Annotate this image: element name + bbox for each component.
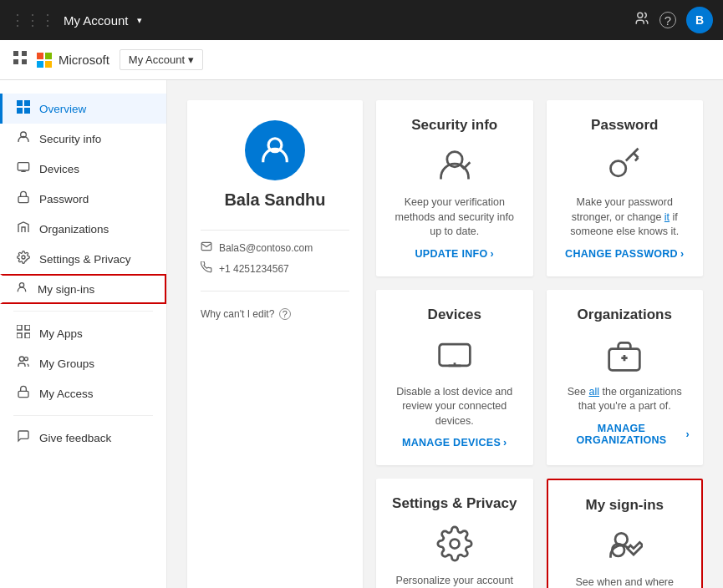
why-help-icon: ?	[279, 308, 291, 320]
feedback-icon	[16, 429, 31, 446]
people-icon[interactable]	[634, 11, 649, 29]
sidebar-label-give-feedback: Give feedback	[39, 432, 111, 444]
svg-rect-10	[18, 163, 28, 170]
profile-avatar	[245, 120, 305, 180]
devices-title: Devices	[428, 307, 481, 323]
waffle-icon[interactable]: ⋮⋮⋮	[10, 11, 55, 29]
svg-point-26	[450, 540, 459, 549]
security-info-link[interactable]: UPDATE INFO ›	[415, 248, 494, 260]
svg-rect-20	[18, 391, 28, 397]
sidebar-item-my-access[interactable]: My Access	[0, 378, 166, 408]
password-title: Password	[591, 117, 658, 134]
sidebar-separator-2	[13, 415, 153, 416]
security-info-card: Security info Keep your verification met…	[376, 100, 533, 276]
settings-privacy-card: Settings & Privacy Personalize your acco…	[376, 479, 533, 588]
security-info-desc: Keep your verification methods and secur…	[390, 195, 520, 240]
svg-point-23	[611, 161, 626, 176]
user-avatar[interactable]: B	[686, 7, 713, 33]
sidebar-item-devices[interactable]: Devices	[0, 154, 166, 184]
my-access-icon	[16, 385, 31, 402]
profile-email: BalaS@contoso.com	[219, 242, 313, 254]
my-sign-ins-card-icon	[606, 527, 643, 569]
sidebar-label-organizations: Organizations	[39, 223, 109, 236]
devices-link[interactable]: MANAGE DEVICES ›	[402, 437, 507, 449]
ms-green	[45, 53, 52, 59]
nav-bar: Microsoft My Account ▾	[0, 40, 723, 80]
my-sign-ins-title: My sign-ins	[585, 497, 664, 514]
ms-red	[37, 53, 43, 59]
account-menu-button[interactable]: My Account ▾	[120, 49, 203, 70]
sidebar-item-give-feedback[interactable]: Give feedback	[0, 423, 166, 453]
svg-rect-1	[13, 51, 18, 56]
sidebar-item-password[interactable]: Password	[0, 184, 166, 214]
ms-brand-label: Microsoft	[59, 53, 109, 67]
profile-phone: +1 4251234567	[219, 263, 289, 275]
account-menu-label: My Account	[129, 53, 185, 66]
profile-divider-1	[201, 230, 349, 231]
security-info-title: Security info	[411, 117, 497, 134]
my-sign-ins-desc: See when and where you've signed in and …	[562, 575, 689, 588]
svg-rect-15	[25, 325, 30, 330]
sidebar-label-my-apps: My Apps	[39, 327, 83, 340]
sidebar-label-my-access: My Access	[39, 388, 94, 400]
devices-desc: Disable a lost device and review your co…	[390, 385, 520, 429]
svg-rect-6	[24, 100, 30, 106]
main-content: Bala Sandhu BalaS@contoso.com +1 4251234…	[167, 80, 723, 588]
organizations-desc: See all the organizations that you're a …	[560, 385, 690, 414]
ms-blue	[37, 61, 43, 68]
sidebar-item-my-apps[interactable]: My Apps	[0, 318, 166, 348]
organizations-all-link[interactable]: all	[589, 386, 600, 398]
devices-card-icon	[436, 337, 473, 378]
profile-divider-2	[201, 291, 349, 291]
my-sign-ins-card-wrapper: My sign-ins See when and where you've si…	[547, 479, 704, 588]
profile-info: BalaS@contoso.com +1 4251234567	[201, 237, 349, 279]
organizations-link[interactable]: MANAGE ORGANIZATIONS ›	[560, 423, 690, 446]
svg-rect-11	[18, 196, 28, 202]
password-icon	[16, 190, 31, 207]
my-sign-ins-card: My sign-ins See when and where you've si…	[548, 480, 702, 588]
profile-phone-item: +1 4251234567	[201, 258, 349, 279]
settings-privacy-card-icon	[436, 525, 473, 567]
organizations-card-icon	[606, 337, 643, 378]
profile-email-item: BalaS@contoso.com	[201, 237, 349, 258]
sidebar-item-security-info[interactable]: Security info	[0, 124, 166, 154]
password-link[interactable]: CHANGE PASSWORD ›	[565, 248, 684, 260]
profile-name: Bala Sandhu	[224, 190, 325, 210]
security-info-card-icon	[436, 147, 473, 189]
main-layout: Overview Security info Devices Password …	[0, 80, 723, 588]
security-info-icon	[16, 130, 31, 147]
sidebar-item-organizations[interactable]: Organizations	[0, 214, 166, 244]
password-card-icon	[606, 147, 643, 189]
sidebar-label-my-groups: My Groups	[39, 357, 94, 370]
sidebar-item-my-groups[interactable]: My Groups	[0, 348, 166, 378]
organizations-card: Organizations See all the organizations …	[547, 290, 704, 466]
topbar-chevron[interactable]: ▾	[137, 15, 142, 26]
settings-privacy-desc: Personalize your account settings and se…	[390, 574, 520, 588]
ms-squares-icon	[37, 53, 52, 68]
sidebar-item-settings-privacy[interactable]: Settings & Privacy	[0, 244, 166, 274]
sidebar-label-devices: Devices	[39, 163, 79, 175]
svg-rect-3	[13, 59, 18, 64]
overview-icon	[16, 100, 31, 117]
sidebar-item-my-sign-ins[interactable]: My sign-ins	[0, 274, 166, 304]
ms-yellow	[45, 61, 52, 68]
profile-card: Bala Sandhu BalaS@contoso.com +1 4251234…	[187, 100, 363, 588]
password-card: Password Make your password stronger, or…	[547, 100, 704, 276]
my-groups-icon	[16, 355, 31, 372]
cards-grid: Bala Sandhu BalaS@contoso.com +1 4251234…	[187, 100, 703, 588]
help-icon[interactable]: ?	[659, 12, 676, 28]
devices-card: Devices Disable a lost device and review…	[376, 290, 533, 466]
top-bar: ⋮⋮⋮ My Account ▾ ? B	[0, 0, 723, 40]
sidebar: Overview Security info Devices Password …	[0, 80, 167, 588]
svg-point-18	[19, 357, 23, 361]
svg-point-13	[19, 283, 23, 287]
apps-icon[interactable]	[13, 51, 27, 68]
sidebar-item-overview[interactable]: Overview	[0, 94, 166, 124]
svg-point-12	[22, 256, 25, 259]
devices-icon	[16, 160, 31, 177]
topbar-left: ⋮⋮⋮ My Account ▾	[10, 11, 142, 29]
profile-why: Why can't I edit? ?	[201, 308, 349, 320]
sidebar-separator	[13, 311, 153, 312]
organizations-icon	[16, 220, 31, 237]
organizations-title: Organizations	[578, 307, 672, 323]
